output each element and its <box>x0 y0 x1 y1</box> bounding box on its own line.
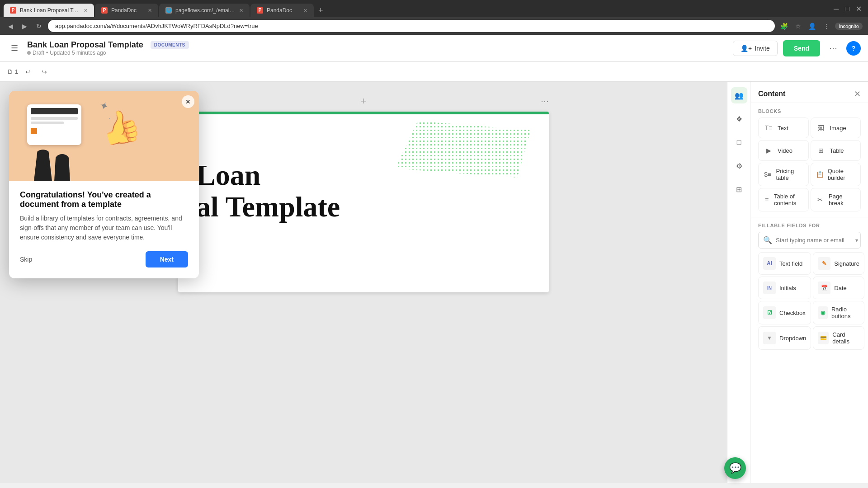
table-block-icon: ⊞ <box>816 145 826 156</box>
draft-status-dot <box>27 51 31 55</box>
more-options-button[interactable]: ⋯ <box>826 42 841 55</box>
doc-title: Bank Loan Proposal Template <box>27 40 143 50</box>
bookmark-icon[interactable]: ☆ <box>793 21 803 32</box>
sidebar-title: Content <box>758 90 785 98</box>
tab-title-pageflows: pageflows.com/_/emails/_/7fb... <box>175 7 236 14</box>
next-button[interactable]: Next <box>146 251 188 267</box>
close-window-button[interactable]: ✕ <box>853 4 864 14</box>
tab-title-1: PandaDoc <box>111 7 144 14</box>
decorative-shape <box>391 119 535 182</box>
menu-button[interactable]: ☰ <box>7 42 22 55</box>
fillable-radio-buttons[interactable]: ◉ Radio buttons <box>813 301 864 324</box>
block-quote-builder-label: Quote builder <box>828 168 856 181</box>
quote-builder-icon: 📋 <box>816 169 824 180</box>
document-page: Loan al Template <box>178 112 549 292</box>
fillable-card-details[interactable]: 💳 Card details <box>813 326 864 350</box>
fillable-signature[interactable]: ✎ Signature <box>813 252 864 275</box>
block-pricing-table-label: Pricing table <box>776 168 803 181</box>
tab-bank-loan[interactable]: P Bank Loan Proposal Template ✕ <box>4 4 94 17</box>
close-tab-icon-2[interactable]: ✕ <box>239 8 243 14</box>
initials-icon: IN <box>763 282 776 294</box>
checkbox-label: Checkbox <box>779 310 806 316</box>
block-toc-label: Table of contents <box>774 193 804 206</box>
fillable-fields-label: FILLABLE FIELDS FOR <box>758 223 861 228</box>
dropdown-label: Dropdown <box>779 335 806 342</box>
undo-button[interactable]: ↩ <box>22 66 34 77</box>
search-chevron-icon: ▾ <box>855 237 858 244</box>
forward-button[interactable]: ▶ <box>19 21 30 32</box>
toc-icon: ≡ <box>763 194 770 205</box>
tab-pageflows[interactable]: 🌐 pageflows.com/_/emails/_/7fb... ✕ <box>159 4 250 17</box>
rail-icon-grid[interactable]: ⊞ <box>731 181 747 197</box>
close-tab-icon-3[interactable]: ✕ <box>303 8 307 14</box>
minimize-button[interactable]: ─ <box>831 4 841 14</box>
page-count: 🗋 1 <box>7 68 18 75</box>
help-button[interactable]: ? <box>846 41 861 56</box>
close-tab-icon-1[interactable]: ✕ <box>148 8 152 14</box>
block-table-of-contents[interactable]: ≡ Table of contents <box>758 188 809 211</box>
profile-icon[interactable]: 👤 <box>807 21 818 32</box>
block-pricing-table[interactable]: $≡ Pricing table <box>758 163 809 186</box>
checkbox-icon: ☑ <box>763 306 776 319</box>
image-block-icon: 🖼 <box>816 122 826 133</box>
tab-pandadoc-1[interactable]: P PandaDoc ✕ <box>95 4 158 17</box>
popup-body: Congratulations! You've created a docume… <box>9 181 199 278</box>
rail-icon-settings[interactable]: ⚙ <box>731 158 747 174</box>
radio-buttons-label: Radio buttons <box>831 306 859 319</box>
sidebar-close-button[interactable]: ✕ <box>854 89 861 99</box>
fillable-text-field[interactable]: AI Text field <box>758 252 811 275</box>
date-label: Date <box>834 285 846 291</box>
fillable-initials[interactable]: IN Initials <box>758 277 811 299</box>
block-text[interactable]: T≡ Text <box>758 117 809 138</box>
fillable-dropdown[interactable]: ▼ Dropdown <box>758 326 811 350</box>
rail-icon-users[interactable]: 👥 <box>731 87 747 103</box>
block-image[interactable]: 🖼 Image <box>811 117 861 138</box>
back-button[interactable]: ◀ <box>5 21 16 32</box>
add-block-button[interactable]: + <box>361 95 367 107</box>
tab-pandadoc-2[interactable]: P PandaDoc ✕ <box>250 4 314 17</box>
svg-marker-1 <box>395 121 531 178</box>
canvas-more-button[interactable]: ⋯ <box>541 96 549 106</box>
fillable-search-field[interactable]: 🔍 ▾ <box>758 232 861 249</box>
refresh-button[interactable]: ↻ <box>33 21 44 32</box>
dot-separator: • <box>46 50 48 56</box>
heading-line2: al Template <box>196 191 531 223</box>
blocks-label: BLOCKS <box>758 108 861 114</box>
popup-title: Congratulations! You've created a docume… <box>20 190 188 209</box>
rail-icon-fields[interactable]: □ <box>731 134 747 150</box>
tab-title-active: Bank Loan Proposal Template <box>20 7 80 14</box>
block-page-break-label: Page break <box>829 193 856 206</box>
video-block-icon: ▶ <box>763 145 774 156</box>
skip-button[interactable]: Skip <box>20 252 32 267</box>
popup-body-text: Build a library of templates for contrac… <box>20 214 188 242</box>
tab-title-2: PandaDoc <box>267 7 300 14</box>
send-button[interactable]: Send <box>783 40 820 56</box>
invite-label: Invite <box>755 45 769 52</box>
rail-icon-content[interactable]: ❖ <box>731 111 747 127</box>
settings-icon[interactable]: ⋮ <box>821 21 831 32</box>
block-page-break[interactable]: ✂ Page break <box>811 188 861 211</box>
date-icon: 📅 <box>818 282 830 294</box>
fillable-date[interactable]: 📅 Date <box>813 277 864 299</box>
redo-button[interactable]: ↪ <box>38 66 51 77</box>
invite-icon: 👤+ <box>741 45 752 52</box>
chat-widget-button[interactable]: 💬 <box>724 457 746 479</box>
block-table-label: Table <box>830 147 844 154</box>
block-table[interactable]: ⊞ Table <box>811 140 861 161</box>
page-icon: 🗋 <box>7 68 13 75</box>
invite-button[interactable]: 👤+ Invite <box>733 41 778 56</box>
block-video[interactable]: ▶ Video <box>758 140 809 161</box>
close-tab-icon[interactable]: ✕ <box>84 8 88 14</box>
new-tab-button[interactable]: + <box>315 4 327 17</box>
card-details-label: Card details <box>832 331 859 345</box>
pricing-table-icon: $≡ <box>763 169 772 180</box>
congrats-popup: ✕ 👍 ✦ · <box>9 91 199 278</box>
dropdown-icon: ▼ <box>763 332 776 344</box>
fillable-search-input[interactable] <box>776 237 852 244</box>
maximize-button[interactable]: □ <box>842 4 852 14</box>
radio-buttons-icon: ◉ <box>818 306 828 319</box>
extensions-icon[interactable]: 🧩 <box>778 21 790 32</box>
address-bar[interactable] <box>48 20 775 32</box>
fillable-checkbox[interactable]: ☑ Checkbox <box>758 301 811 324</box>
block-quote-builder[interactable]: 📋 Quote builder <box>811 163 861 186</box>
